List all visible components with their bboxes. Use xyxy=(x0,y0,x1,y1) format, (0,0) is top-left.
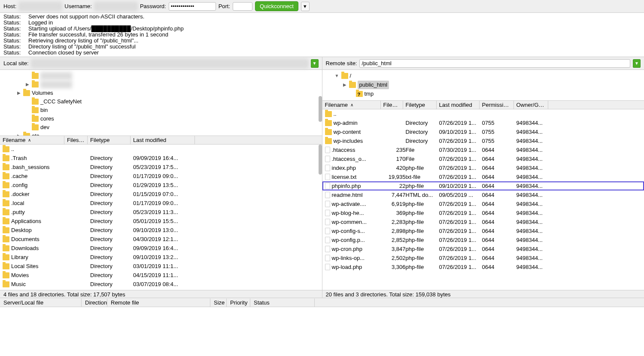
folder-icon xyxy=(341,73,348,79)
disclosure-icon[interactable]: ▼ xyxy=(334,72,340,80)
file-row[interactable]: wp-blog-he...369php-file07/26/2019 1...0… xyxy=(322,208,644,217)
file-row[interactable]: LibraryDirectory09/10/2019 13:2... xyxy=(0,253,322,262)
file-row[interactable]: DesktopDirectory09/10/2019 13:0... xyxy=(0,226,322,235)
file-row[interactable]: wp-includesDirectory07/26/2019 1...07559… xyxy=(322,136,644,145)
file-row[interactable]: DocumentsDirectory04/30/2019 12:1... xyxy=(0,235,322,244)
col-owner[interactable]: Owner/Group xyxy=(514,101,548,109)
file-row[interactable]: wp-commen...2,283php-file07/26/2019 1...… xyxy=(322,217,644,226)
file-modified: 07/26/2019 1... xyxy=(439,163,482,172)
local-tree[interactable]: ████████▶████████▶Volumes_CCC SafetyNetb… xyxy=(0,70,322,136)
file-row[interactable]: .bash_sessionsDirectory05/23/2019 17:5..… xyxy=(0,163,322,172)
file-row[interactable]: .cacheDirectory01/17/2019 09:0... xyxy=(0,172,322,181)
tree-label: dev xyxy=(40,124,49,131)
remote-file-list[interactable]: ..wp-adminDirectory07/26/2019 1...075594… xyxy=(322,109,644,290)
password-input[interactable] xyxy=(169,2,216,11)
file-row[interactable]: .. xyxy=(322,109,644,118)
file-row[interactable]: wp-config-s...2,898php-file07/26/2019 1.… xyxy=(322,226,644,235)
local-file-list[interactable]: ...TrashDirectory09/09/2019 16:4....bash… xyxy=(0,145,322,290)
tree-item[interactable]: ▶public_html xyxy=(326,80,641,90)
file-icon xyxy=(325,228,330,234)
disclosure-icon[interactable]: ▶ xyxy=(16,89,21,97)
scrollbar[interactable] xyxy=(319,96,322,122)
file-owner: 9498344... xyxy=(516,244,551,253)
scrollbar[interactable] xyxy=(319,145,322,175)
file-row[interactable]: ApplicationsDirectory05/01/2019 15:5... xyxy=(0,217,322,226)
file-row[interactable]: MoviesDirectory04/15/2019 11:1... xyxy=(0,271,322,280)
quickconnect-button[interactable]: Quickconnect xyxy=(255,1,298,11)
host-input[interactable] xyxy=(19,2,62,11)
qcol-direction[interactable]: Direction xyxy=(82,299,107,307)
file-size: 6,919 xyxy=(383,199,406,208)
file-row[interactable]: phpinfo.php22php-file09/10/2019 1...0644… xyxy=(322,181,644,190)
file-row[interactable]: DownloadsDirectory09/09/2019 16:4... xyxy=(0,244,322,253)
tree-item[interactable]: ▶etc xyxy=(3,132,319,136)
local-site-label: Local site: xyxy=(3,60,29,66)
file-row[interactable]: .localDirectory01/17/2019 09:0... xyxy=(0,199,322,208)
col-filesize[interactable]: Filesize xyxy=(381,101,403,109)
file-row[interactable]: .. xyxy=(0,145,322,154)
file-row[interactable]: wp-links-op...2,502php-file07/26/2019 1.… xyxy=(322,253,644,262)
qcol-server[interactable]: Server/Local file xyxy=(0,299,82,307)
file-row[interactable]: wp-contentDirectory09/10/2019 1...075594… xyxy=(322,127,644,136)
col-filetype[interactable]: Filetype xyxy=(88,136,131,144)
disclosure-icon[interactable]: ▶ xyxy=(16,132,21,136)
file-row[interactable]: license.txt19,935txt-file07/26/2019 1...… xyxy=(322,172,644,181)
log-label: Status: xyxy=(3,38,22,44)
folder-icon xyxy=(3,245,9,251)
disclosure-icon[interactable]: ▶ xyxy=(25,81,30,88)
qcol-size[interactable]: Size xyxy=(210,299,227,307)
col-permissions[interactable]: Permissions xyxy=(480,101,514,109)
file-row[interactable]: wp-cron.php3,847php-file07/26/2019 1...0… xyxy=(322,244,644,253)
disclosure-icon[interactable]: ▶ xyxy=(342,81,347,89)
col-modified[interactable]: Last modified xyxy=(131,136,195,144)
tree-item[interactable]: _CCC SafetyNet xyxy=(3,97,319,106)
file-name: .config xyxy=(11,181,27,190)
file-row[interactable]: wp-load.php3,306php-file07/26/2019 1...0… xyxy=(322,262,644,272)
col-filesize[interactable]: Filesize xyxy=(64,136,88,144)
folder-icon xyxy=(3,173,9,179)
file-size: 3,306 xyxy=(383,262,406,272)
tree-item[interactable]: tmp xyxy=(326,90,641,98)
file-row[interactable]: Local SitesDirectory03/01/2019 11:1... xyxy=(0,262,322,271)
qcol-priority[interactable]: Priority xyxy=(227,299,250,307)
qcol-remote[interactable]: Remote file xyxy=(107,299,210,307)
tree-item[interactable]: ▶Volumes xyxy=(3,89,319,97)
remote-tree[interactable]: ▼/▶public_htmltmp xyxy=(322,70,644,101)
file-row[interactable]: wp-activate....6,919php-file07/26/2019 1… xyxy=(322,199,644,208)
tree-item[interactable]: dev xyxy=(3,123,319,132)
local-site-dropdown[interactable]: ▼ xyxy=(311,59,319,68)
file-size: 7,447 xyxy=(383,190,406,199)
local-file-header[interactable]: Filename∧ Filesize Filetype Last modifie… xyxy=(0,136,322,145)
file-row[interactable]: MusicDirectory03/07/2019 08:4... xyxy=(0,280,322,289)
port-input[interactable] xyxy=(233,2,252,11)
tree-item[interactable]: cores xyxy=(3,115,319,123)
file-row[interactable]: .TrashDirectory09/09/2019 16:4... xyxy=(0,154,322,163)
tree-item[interactable]: ▼/ xyxy=(326,72,641,80)
local-site-input[interactable] xyxy=(31,59,308,68)
file-row[interactable]: .configDirectory01/29/2019 13:5... xyxy=(0,181,322,190)
col-modified[interactable]: Last modified xyxy=(437,101,480,109)
remote-site-input[interactable] xyxy=(359,59,630,68)
tree-item[interactable]: bin xyxy=(3,106,319,115)
file-name: Downloads xyxy=(11,244,39,253)
col-filetype[interactable]: Filetype xyxy=(403,101,437,109)
file-row[interactable]: wp-config.p...2,852php-file07/26/2019 1.… xyxy=(322,235,644,244)
tree-item[interactable]: ▶████████ xyxy=(3,80,319,89)
file-row[interactable]: .htaccess_o...170File07/26/2019 1...0644… xyxy=(322,154,644,163)
file-row[interactable]: .puttyDirectory05/23/2019 11:3... xyxy=(0,208,322,217)
remote-file-header[interactable]: Filename∧ Filesize Filetype Last modifie… xyxy=(322,101,644,109)
username-input[interactable] xyxy=(94,2,137,11)
remote-site-dropdown[interactable]: ▼ xyxy=(633,59,641,68)
file-row[interactable]: .htaccess235File07/30/2019 1...064494983… xyxy=(322,145,644,154)
transfer-queue-header[interactable]: Server/Local file Direction Remote file … xyxy=(0,298,644,307)
file-name: wp-activate.... xyxy=(332,199,366,208)
file-row[interactable]: .dockerDirectory01/15/2019 07:0... xyxy=(0,190,322,199)
file-row[interactable]: readme.html7,447HTML do...09/05/2019 ...… xyxy=(322,190,644,199)
col-filename[interactable]: Filename∧ xyxy=(322,101,381,109)
file-row[interactable]: wp-adminDirectory07/26/2019 1...07559498… xyxy=(322,118,644,127)
tree-item[interactable]: ████████ xyxy=(3,72,319,80)
qcol-status[interactable]: Status xyxy=(250,299,315,307)
file-row[interactable]: index.php420php-file07/26/2019 1...06449… xyxy=(322,163,644,172)
col-filename[interactable]: Filename∧ xyxy=(0,136,64,144)
quickconnect-dropdown[interactable]: ▾ xyxy=(301,2,310,11)
